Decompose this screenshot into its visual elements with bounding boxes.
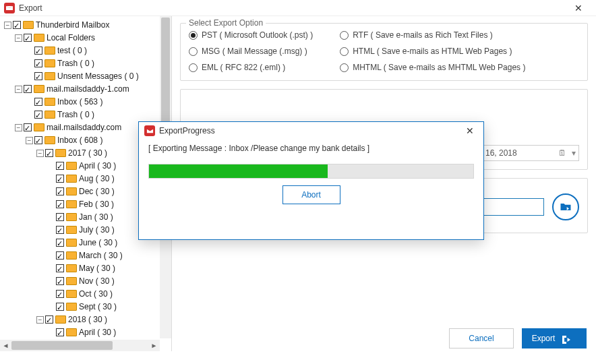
progress-message: [ Exporting Message : Inbox /Please chan… xyxy=(139,140,483,157)
tree-toggle xyxy=(26,71,33,79)
tree-checkbox[interactable] xyxy=(56,226,64,234)
export-option-radio[interactable]: EML ( RFC 822 (.eml) ) xyxy=(189,63,313,72)
date-to-input[interactable]: er 16, 2018 🗓 ▾ xyxy=(471,145,579,161)
tree-checkbox[interactable] xyxy=(34,59,42,67)
tree-node-label: 2018 ( 30 ) xyxy=(68,315,107,324)
progress-titlebar: ExportProgress ✕ xyxy=(139,122,483,140)
tree-node-label: Inbox ( 608 ) xyxy=(57,135,102,145)
tree-toggle xyxy=(47,225,55,233)
folder-icon xyxy=(44,111,55,119)
tree-toggle xyxy=(26,110,33,117)
tree-node[interactable]: Trash ( 0 ) xyxy=(26,109,171,121)
tree-toggle[interactable]: − xyxy=(4,22,11,29)
tree-checkbox[interactable] xyxy=(34,98,42,106)
folder-icon xyxy=(66,239,77,247)
export-option-radio[interactable]: PST ( Microsoft Outlook (.pst) ) xyxy=(189,30,313,40)
radio-icon xyxy=(189,47,198,56)
tree-node-label: April ( 30 ) xyxy=(79,328,116,337)
export-option-radio[interactable]: MSG ( Mail Message (.msg) ) xyxy=(189,47,313,56)
scroll-left-arrow[interactable]: ◄ xyxy=(0,342,11,349)
progress-close-button[interactable]: ✕ xyxy=(462,125,478,136)
tree-checkbox[interactable] xyxy=(34,136,42,144)
tree-node[interactable]: −Local Folders xyxy=(15,32,171,44)
tree-node[interactable]: −2018 ( 30 ) xyxy=(36,313,171,326)
folder-icon xyxy=(55,149,66,157)
tree-checkbox[interactable] xyxy=(56,277,64,285)
tree-checkbox[interactable] xyxy=(56,290,64,298)
tree-toggle[interactable]: − xyxy=(36,150,44,157)
export-option-radio[interactable]: HTML ( Save e-mails as HTML Web Pages ) xyxy=(340,47,525,56)
tree-node-label: May ( 30 ) xyxy=(79,264,115,273)
tree-node-label: Thunderbird Mailbox xyxy=(36,20,109,30)
tree-checkbox[interactable] xyxy=(34,72,42,80)
tree-checkbox[interactable] xyxy=(24,34,32,42)
progress-app-icon xyxy=(144,125,155,136)
tree-checkbox[interactable] xyxy=(56,264,64,272)
tree-node[interactable]: March ( 30 ) xyxy=(47,249,171,262)
browse-folder-button[interactable] xyxy=(552,193,579,220)
dialog-footer: Cancel Export xyxy=(449,328,587,348)
tree-checkbox[interactable] xyxy=(34,47,42,55)
folder-icon xyxy=(66,277,77,285)
tree-checkbox[interactable] xyxy=(56,303,64,311)
tree-checkbox[interactable] xyxy=(24,85,32,93)
tree-checkbox[interactable] xyxy=(13,21,21,29)
tree-node[interactable]: April ( 30 ) xyxy=(47,326,171,339)
tree-toggle[interactable]: − xyxy=(26,137,33,144)
folder-icon xyxy=(44,136,55,144)
cancel-button[interactable]: Cancel xyxy=(449,328,514,348)
window-title: Export xyxy=(19,3,42,13)
tree-checkbox[interactable] xyxy=(56,187,64,195)
radio-label: MSG ( Mail Message (.msg) ) xyxy=(202,47,307,56)
tree-checkbox[interactable] xyxy=(56,175,64,183)
folder-icon xyxy=(66,200,77,208)
tree-checkbox[interactable] xyxy=(56,239,64,247)
tree-toggle xyxy=(47,251,55,258)
progress-title: ExportProgress xyxy=(159,126,215,135)
tree-checkbox[interactable] xyxy=(56,162,64,170)
tree-checkbox[interactable] xyxy=(34,111,42,119)
tree-toggle[interactable]: − xyxy=(15,34,22,42)
folder-icon xyxy=(44,47,55,55)
tree-toggle xyxy=(26,46,33,53)
tree-checkbox[interactable] xyxy=(56,251,64,260)
calendar-icon: 🗓 xyxy=(558,148,566,158)
tree-node-label: Dec ( 30 ) xyxy=(79,187,115,196)
window-close-button[interactable]: ✕ xyxy=(565,3,592,13)
scroll-right-arrow[interactable]: ► xyxy=(148,342,160,349)
tree-node[interactable]: Unsent Messages ( 0 ) xyxy=(26,70,171,83)
tree-node-label: mail.mailsdaddy.com xyxy=(47,123,121,132)
tree-horizontal-scrollbar[interactable]: ◄ ► xyxy=(0,340,160,351)
tree-node[interactable]: Nov ( 30 ) xyxy=(47,275,171,288)
tree-toggle[interactable]: − xyxy=(15,86,22,93)
tree-checkbox[interactable] xyxy=(45,315,53,324)
tree-toggle[interactable]: − xyxy=(36,316,44,324)
progress-bar xyxy=(148,164,474,179)
tree-node[interactable]: test ( 0 ) xyxy=(26,44,171,57)
tree-checkbox[interactable] xyxy=(24,123,32,131)
tree-node[interactable]: Oct ( 30 ) xyxy=(47,288,171,301)
tree-checkbox[interactable] xyxy=(56,328,64,336)
tree-node[interactable]: Inbox ( 563 ) xyxy=(26,96,171,109)
tree-node[interactable]: −Thunderbird Mailbox xyxy=(4,19,171,32)
tree-node-label: Jan ( 30 ) xyxy=(79,212,113,222)
tree-checkbox[interactable] xyxy=(45,149,53,157)
tree-node[interactable]: −mail.mailsdaddy-1.com xyxy=(15,83,171,96)
abort-button[interactable]: Abort xyxy=(282,185,340,204)
tree-node-label: Trash ( 0 ) xyxy=(57,110,94,119)
folder-icon xyxy=(66,187,77,195)
export-option-group: Select Export Option PST ( Microsoft Out… xyxy=(180,23,588,81)
export-option-radio[interactable]: MHTML ( Save e-mails as MHTML Web Pages … xyxy=(340,63,525,72)
export-option-radio[interactable]: RTF ( Save e-mails as Rich Text Files ) xyxy=(340,30,525,40)
export-arrow-icon xyxy=(560,334,572,343)
export-button[interactable]: Export xyxy=(522,328,587,348)
tree-node[interactable]: Trash ( 0 ) xyxy=(26,57,171,70)
app-icon xyxy=(4,3,15,13)
tree-checkbox[interactable] xyxy=(56,200,64,208)
tree-toggle[interactable]: − xyxy=(15,124,22,131)
tree-node[interactable]: Sept ( 30 ) xyxy=(47,301,171,313)
tree-node[interactable]: May ( 30 ) xyxy=(47,262,171,275)
tree-node-label: July ( 30 ) xyxy=(79,225,115,235)
tree-checkbox[interactable] xyxy=(56,213,64,221)
tree-node-label: June ( 30 ) xyxy=(79,238,117,247)
